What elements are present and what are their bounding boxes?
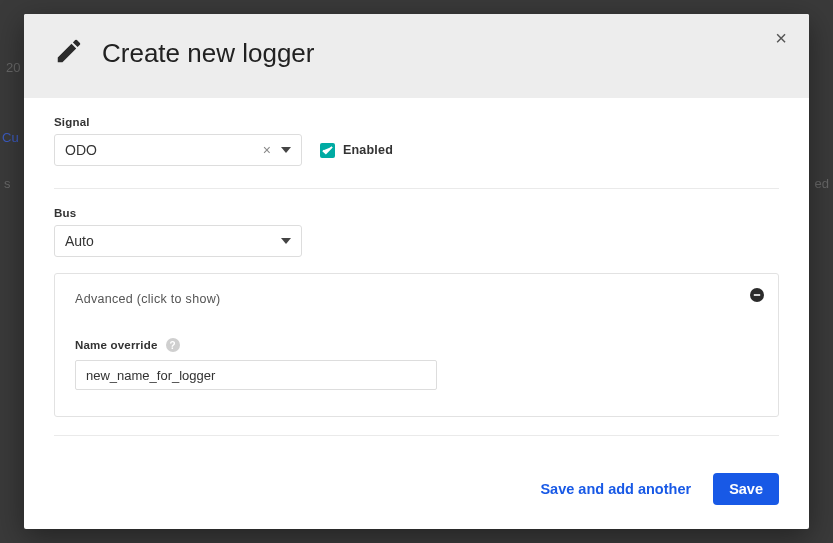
divider <box>54 188 779 189</box>
bg-fragment: Cu <box>2 130 19 145</box>
svg-rect-0 <box>754 294 760 296</box>
name-override-field: Name override ? <box>75 338 758 390</box>
bus-value: Auto <box>65 233 277 249</box>
signal-select[interactable]: ODO × <box>54 134 302 166</box>
save-button[interactable]: Save <box>713 473 779 505</box>
modal-title: Create new logger <box>102 38 314 69</box>
help-icon[interactable]: ? <box>166 338 180 352</box>
edit-icon <box>54 36 84 70</box>
close-button[interactable]: × <box>767 24 795 52</box>
modal-body: Signal ODO × Enabled Bus <box>24 98 809 473</box>
minus-icon <box>753 291 761 299</box>
bus-select[interactable]: Auto <box>54 225 302 257</box>
bg-fragment: s <box>4 176 11 191</box>
advanced-toggle[interactable]: Advanced (click to show) <box>75 292 758 306</box>
name-override-input[interactable] <box>75 360 437 390</box>
chevron-down-icon[interactable] <box>277 142 295 158</box>
enabled-checkbox[interactable]: Enabled <box>320 143 393 158</box>
bus-field: Bus Auto <box>54 207 779 257</box>
bus-label: Bus <box>54 207 779 219</box>
bg-fragment: ed <box>815 176 829 191</box>
modal-header: Create new logger × <box>24 14 809 98</box>
advanced-section: Advanced (click to show) Name override ? <box>54 273 779 417</box>
close-icon: × <box>775 28 787 48</box>
signal-clear-button[interactable]: × <box>257 142 277 158</box>
save-and-add-another-button[interactable]: Save and add another <box>540 481 691 497</box>
signal-label: Signal <box>54 116 779 128</box>
collapse-button[interactable] <box>750 288 764 302</box>
modal-footer: Save and add another Save <box>24 473 809 529</box>
divider <box>54 435 779 436</box>
bg-fragment: 20 <box>6 60 20 75</box>
signal-field: Signal ODO × Enabled <box>54 116 779 166</box>
enabled-label: Enabled <box>343 143 393 157</box>
name-override-label: Name override <box>75 339 158 351</box>
checkbox-icon <box>320 143 335 158</box>
signal-value: ODO <box>65 142 257 158</box>
create-logger-modal: Create new logger × Signal ODO × <box>24 14 809 529</box>
chevron-down-icon[interactable] <box>277 233 295 249</box>
